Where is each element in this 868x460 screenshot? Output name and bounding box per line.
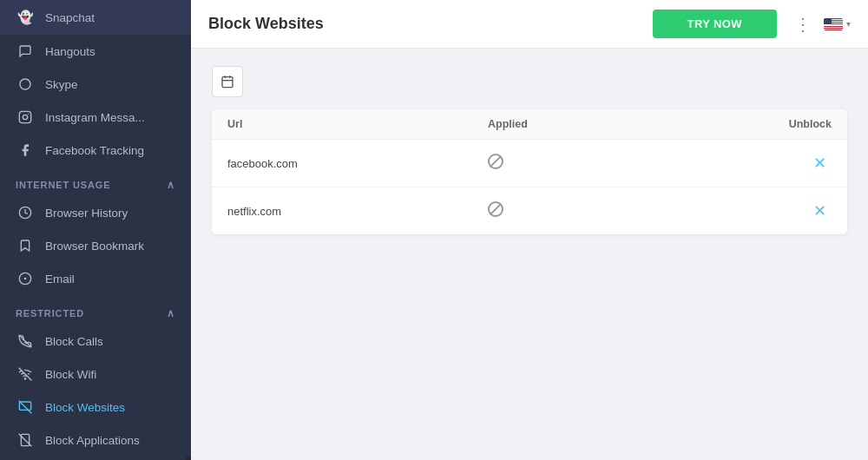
snapchat-icon: 👻 <box>16 10 35 25</box>
hangouts-icon <box>16 44 35 58</box>
url-cell: facebook.com <box>227 157 488 170</box>
block-applications-icon <box>16 433 35 447</box>
sidebar-item-label: Hangouts <box>45 45 175 58</box>
unblock-cell: ✕ <box>762 152 832 174</box>
header: Block Websites TRY NOW ⋮ ▾ <box>191 0 868 49</box>
sidebar-item-label: Browser Bookmark <box>45 240 175 253</box>
url-cell: netflix.com <box>227 205 488 218</box>
svg-point-1 <box>23 115 27 119</box>
sidebar-item-label: Block Websites <box>45 401 175 414</box>
sidebar-item-browser-history[interactable]: Browser History <box>0 196 191 229</box>
applied-column-header: Applied <box>488 118 661 130</box>
sidebar-item-label: Facebook Tracking <box>45 144 175 157</box>
sidebar-item-label: Block Wifi <box>45 368 175 381</box>
svg-point-8 <box>24 378 25 379</box>
sidebar-item-label: Browser History <box>45 207 175 220</box>
clock-icon <box>16 206 35 220</box>
sidebar-item-label: Block Calls <box>45 335 175 348</box>
spacer-column <box>661 118 762 130</box>
svg-rect-0 <box>19 111 30 122</box>
table-row: facebook.com ✕ <box>212 140 847 187</box>
chevron-up-icon: ∧ <box>167 307 175 319</box>
sidebar-item-block-wifi[interactable]: Block Wifi <box>0 358 191 391</box>
bookmark-icon <box>16 239 35 253</box>
unblock-button[interactable]: ✕ <box>808 152 832 174</box>
instagram-icon <box>16 110 35 124</box>
svg-point-2 <box>28 114 29 115</box>
sidebar: 👻 Snapchat Hangouts Skype Instagram Mess… <box>0 0 191 460</box>
table-header: Url Applied Unblock <box>212 109 847 140</box>
block-websites-icon <box>16 400 35 414</box>
sidebar-item-label: Email <box>45 273 175 286</box>
try-now-button[interactable]: TRY NOW <box>653 10 777 38</box>
email-icon <box>16 272 35 286</box>
sidebar-item-label: Snapchat <box>45 11 175 24</box>
chevron-down-icon: ▾ <box>846 19 851 29</box>
restricted-section[interactable]: RESTRICTED ∧ <box>0 299 191 325</box>
ban-icon <box>488 154 503 169</box>
main-content: Block Websites TRY NOW ⋮ ▾ Url <box>191 0 868 460</box>
sidebar-item-hangouts[interactable]: Hangouts <box>0 35 191 68</box>
blocked-websites-table: Url Applied Unblock facebook.com ✕ netfl… <box>212 109 847 234</box>
unblock-button[interactable]: ✕ <box>808 200 832 222</box>
block-wifi-icon <box>16 367 35 381</box>
sidebar-item-block-calls[interactable]: Block Calls <box>0 325 191 358</box>
unblock-column-header: Unblock <box>762 118 832 130</box>
header-actions: ⋮ ▾ <box>791 10 851 38</box>
us-flag-icon <box>824 18 843 30</box>
applied-cell <box>488 201 661 221</box>
sidebar-item-block-applications[interactable]: Block Applications <box>0 424 191 457</box>
ban-icon <box>488 201 503 217</box>
section-label: RESTRICTED <box>16 308 84 319</box>
unblock-cell: ✕ <box>762 200 832 222</box>
sidebar-item-label: Skype <box>45 78 175 91</box>
content-area: Url Applied Unblock facebook.com ✕ netfl… <box>191 49 868 460</box>
sidebar-item-browser-bookmark[interactable]: Browser Bookmark <box>0 229 191 262</box>
language-selector[interactable]: ▾ <box>824 18 851 30</box>
sidebar-item-facebook-tracking[interactable]: Facebook Tracking <box>0 134 191 167</box>
calendar-button[interactable] <box>212 66 243 97</box>
sidebar-item-snapchat[interactable]: 👻 Snapchat <box>0 0 191 35</box>
section-label: INTERNET USAGE <box>16 180 111 190</box>
more-options-icon[interactable]: ⋮ <box>791 10 815 38</box>
sidebar-item-label: Block Applications <box>45 434 175 447</box>
sidebar-item-skype[interactable]: Skype <box>0 68 191 101</box>
svg-line-10 <box>19 401 32 414</box>
calendar-icon <box>220 75 234 89</box>
facebook-icon <box>16 143 35 157</box>
skype-icon <box>16 77 35 91</box>
url-column-header: Url <box>227 118 488 130</box>
block-calls-icon <box>16 334 35 348</box>
applied-cell <box>488 154 661 174</box>
svg-point-5 <box>24 278 25 279</box>
chevron-up-icon: ∧ <box>167 179 175 191</box>
internet-usage-section[interactable]: INTERNET USAGE ∧ <box>0 170 191 196</box>
sidebar-item-email[interactable]: Email <box>0 262 191 295</box>
sidebar-item-block-websites[interactable]: Block Websites <box>0 391 191 424</box>
table-row: netflix.com ✕ <box>212 187 847 234</box>
sidebar-item-label: Instagram Messa... <box>45 111 175 124</box>
svg-rect-13 <box>222 77 233 88</box>
page-title: Block Websites <box>208 15 653 33</box>
sidebar-item-instagram[interactable]: Instagram Messa... <box>0 101 191 134</box>
